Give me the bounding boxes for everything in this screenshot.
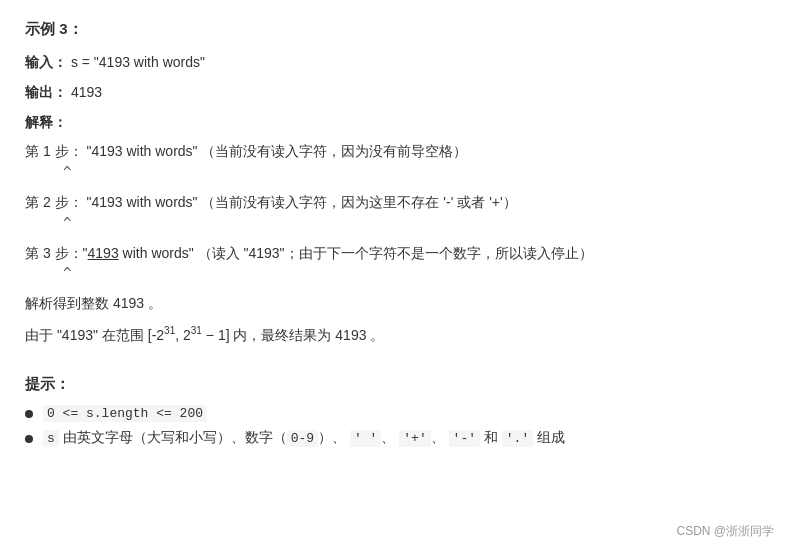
hint-2-digits-code: 0-9 — [287, 430, 318, 447]
hint-2-text-after: ）、 — [318, 429, 346, 445]
step-2-prefix: 第 2 步： — [25, 194, 83, 210]
step-1-block: 第 1 步： "4193 with words" （当前没有读入字符，因为没有前… — [25, 140, 761, 181]
result-line-2: 由于 "4193" 在范围 [-231, 231 − 1] 内，最终结果为 41… — [25, 322, 761, 347]
explain-label: 解释： — [25, 114, 67, 130]
result-line-1: 解析得到整数 4193 。 — [25, 292, 761, 316]
result-text-2b: , 2 — [175, 327, 191, 343]
output-line: 输出： 4193 — [25, 81, 761, 105]
step-1-line: 第 1 步： "4193 with words" （当前没有读入字符，因为没有前… — [25, 140, 761, 164]
step-3-quote-rest: with words" — [119, 245, 194, 261]
input-line: 输入： s = "4193 with words" — [25, 51, 761, 75]
step-2-block: 第 2 步： "4193 with words" （当前没有读入字符，因为这里不… — [25, 191, 761, 232]
hint-2-minus-code: '-' — [449, 430, 480, 447]
example-section: 示例 3： 输入： s = "4193 with words" 输出： 4193… — [25, 20, 761, 347]
watermark: CSDN @浙浙同学 — [676, 523, 774, 540]
hint-item-2: s 由英文字母（大写和小写）、数字（0-9）、 ' '、 '+'、 '-' 和 … — [25, 429, 761, 447]
hint-2-content: s 由英文字母（大写和小写）、数字（0-9）、 ' '、 '+'、 '-' 和 … — [43, 429, 565, 447]
hint-item-1: 0 <= s.length <= 200 — [25, 404, 761, 421]
bullet-2 — [25, 435, 33, 443]
output-label: 输出： — [25, 84, 67, 100]
step-3-caret: ^ — [63, 265, 761, 282]
hint-2-dot-code: '.' — [502, 430, 533, 447]
hint-2-and: 和 — [484, 429, 502, 445]
hint-2-text-mid: 由英文字母（大写和小写）、数字（ — [63, 429, 287, 445]
hint-2-space-code: ' ' — [350, 430, 381, 447]
example-title: 示例 3： — [25, 20, 761, 39]
result-text-1: 解析得到整数 4193 。 — [25, 295, 162, 311]
hint-1-content: 0 <= s.length <= 200 — [43, 404, 207, 421]
result-text-2c: − 1] 内，最终结果为 4193 。 — [202, 327, 384, 343]
hints-title: 提示： — [25, 375, 761, 394]
bullet-1 — [25, 410, 33, 418]
input-value: s = "4193 with words" — [71, 54, 205, 70]
step-1-note: （当前没有读入字符，因为没有前导空格） — [201, 143, 467, 159]
hint-2-suffix: 组成 — [537, 429, 565, 445]
step-1-caret: ^ — [63, 164, 761, 181]
step-3-underline: 4193 — [88, 245, 119, 261]
hint-2-plus-code: '+' — [399, 430, 430, 447]
sup-1: 31 — [164, 325, 175, 336]
hints-section: 提示： 0 <= s.length <= 200 s 由英文字母（大写和小写）、… — [25, 375, 761, 447]
result-text-2a: 由于 "4193" 在范围 [-2 — [25, 327, 164, 343]
step-1-quote: "4193 with words" — [86, 143, 197, 159]
hints-list: 0 <= s.length <= 200 s 由英文字母（大写和小写）、数字（0… — [25, 404, 761, 447]
output-value: 4193 — [71, 84, 102, 100]
input-label: 输入： — [25, 54, 67, 70]
step-1-prefix: 第 1 步： — [25, 143, 83, 159]
result-block: 解析得到整数 4193 。 由于 "4193" 在范围 [-231, 231 −… — [25, 292, 761, 347]
step-2-line: 第 2 步： "4193 with words" （当前没有读入字符，因为这里不… — [25, 191, 761, 215]
sup-2: 31 — [191, 325, 202, 336]
step-3-note: （读入 "4193"；由于下一个字符不是一个数字，所以读入停止） — [198, 245, 593, 261]
step-3-block: 第 3 步："4193 with words" （读入 "4193"；由于下一个… — [25, 242, 761, 283]
explain-label-line: 解释： — [25, 111, 761, 135]
hint-1-code: 0 <= s.length <= 200 — [43, 405, 207, 422]
step-2-note: （当前没有读入字符，因为这里不存在 '-' 或者 '+'） — [201, 194, 516, 210]
step-3-prefix: 第 3 步：" — [25, 245, 88, 261]
step-2-quote: "4193 with words" — [86, 194, 197, 210]
step-2-caret: ^ — [63, 215, 761, 232]
hint-2-s-code: s — [43, 430, 59, 447]
step-3-line: 第 3 步："4193 with words" （读入 "4193"；由于下一个… — [25, 242, 761, 266]
